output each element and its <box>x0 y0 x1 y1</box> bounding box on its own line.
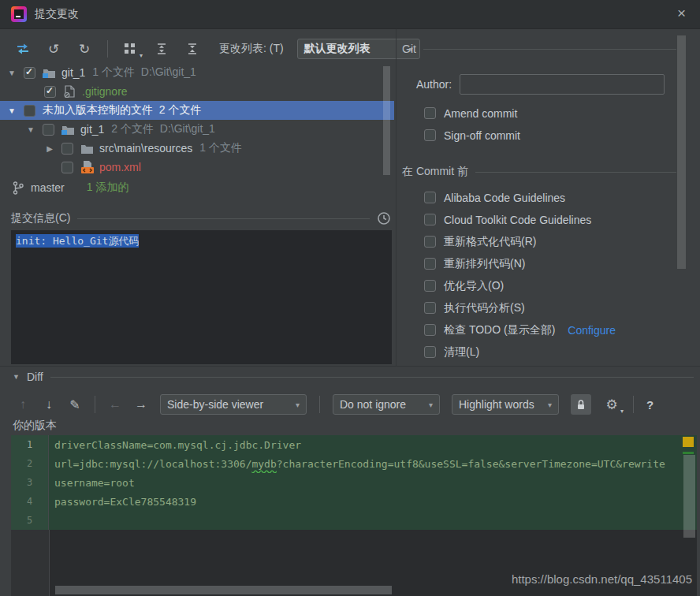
diff-editor[interactable]: 1 driverClassName=com.mysql.cj.jdbc.Driv… <box>11 435 697 596</box>
option-label: 执行代码分析(S) <box>444 301 525 315</box>
history-clock-icon[interactable] <box>377 211 391 225</box>
next-difference-button[interactable]: → <box>134 397 148 412</box>
tree-row-gitignore[interactable]: ✓ .gitignore <box>0 82 394 101</box>
chevron-expanded-icon[interactable]: ▼ <box>24 125 38 134</box>
before-commit-section-header: 在 Commit 前 <box>402 165 676 179</box>
changelist-value: 默认更改列表 <box>304 42 370 56</box>
group-by-icon: ▾ <box>124 42 138 56</box>
tree-row-pomxml[interactable]: pom.xml <box>0 158 394 177</box>
option-rearrange-code[interactable]: 重新排列代码(N) <box>424 257 616 270</box>
diff-settings-button[interactable]: ⚙ ▾ <box>603 396 620 413</box>
collapse-all-button[interactable] <box>184 40 201 58</box>
previous-difference-button[interactable]: ← <box>108 397 122 412</box>
diff-vertical-scrollbar[interactable] <box>683 455 695 538</box>
tree-scrollbar[interactable] <box>383 66 390 175</box>
code-text: driverClassName=com.mysql.cj.jdbc.Driver <box>49 435 697 454</box>
tree-row-git1-unversioned[interactable]: ▼ git_1 2 个文件 D:\Git\git_1 <box>0 120 394 139</box>
checkbox-checked[interactable]: ✓ <box>24 67 35 79</box>
panel-splitter[interactable] <box>396 29 397 367</box>
next-change-button[interactable]: ↓ <box>42 397 56 412</box>
checkbox-unchecked[interactable] <box>424 324 436 336</box>
option-cleanup[interactable]: 清理(L) <box>424 345 616 359</box>
rollback-button[interactable]: ↺ <box>45 40 62 58</box>
code-text: username=root <box>49 473 697 492</box>
author-row: Author: <box>416 74 665 95</box>
checkbox-unchecked[interactable] <box>61 162 73 173</box>
checkbox-unchecked[interactable] <box>424 346 436 358</box>
chevron-expanded-icon[interactable]: ▼ <box>5 106 19 115</box>
show-diff-button[interactable] <box>14 40 32 58</box>
checkbox-unchecked[interactable] <box>424 302 436 314</box>
code-line: 4 password=ExCle785548319 <box>11 492 697 511</box>
checkbox-unchecked[interactable] <box>61 143 73 155</box>
checkbox-unchecked[interactable] <box>424 280 436 292</box>
highlight-policy-select[interactable]: Highlight words ▾ <box>452 394 559 415</box>
option-optimize-imports[interactable]: 优化导入(O) <box>424 279 616 292</box>
undo-icon: ↺ <box>48 41 59 58</box>
checkbox-unchecked[interactable] <box>43 124 54 136</box>
title-bar: 提交更改 × <box>0 0 700 29</box>
signoff-commit-option[interactable]: Sign-off commit <box>424 129 520 142</box>
toolbar-separator <box>107 40 108 58</box>
previous-change-button[interactable]: ↑ <box>16 397 30 412</box>
error-stripe-warning-marker[interactable] <box>683 437 694 447</box>
tree-row-unversioned[interactable]: ▼ 未加入版本控制的文件 2 个文件 <box>0 101 394 120</box>
expand-all-button[interactable] <box>153 40 170 58</box>
line-number: 4 <box>11 492 49 511</box>
checkbox-unchecked[interactable] <box>24 105 35 117</box>
option-check-todo[interactable]: 检查 TODO (显示全部) Configure <box>424 323 616 337</box>
checkbox-unchecked[interactable] <box>424 214 436 225</box>
checkbox-unchecked[interactable] <box>424 258 436 270</box>
help-button[interactable]: ? <box>646 398 653 412</box>
right-panel-scrollbar[interactable] <box>677 35 686 269</box>
viewer-value: Side-by-side viewer <box>167 398 263 411</box>
error-stripe-added-marker[interactable] <box>683 452 694 454</box>
author-label: Author: <box>416 78 452 91</box>
highlight-policy-value: Highlight words <box>459 398 534 411</box>
readonly-lock-toggle[interactable] <box>571 394 591 415</box>
checkbox-unchecked[interactable] <box>424 107 436 119</box>
collapse-chevron-icon[interactable]: ▼ <box>13 373 20 381</box>
diff-section-header[interactable]: ▼ Diff <box>13 371 694 383</box>
option-reformat-code[interactable]: 重新格式化代码(R) <box>424 235 616 248</box>
chevron-expanded-icon[interactable]: ▼ <box>5 69 19 77</box>
commit-changes-dialog: 提交更改 × ↺ ↻ ▾ <box>0 0 700 596</box>
folder-icon <box>80 142 94 155</box>
line-number: 5 <box>11 511 49 530</box>
group-by-button[interactable]: ▾ <box>122 40 140 58</box>
checkbox-unchecked[interactable] <box>424 236 436 248</box>
checkbox-checked[interactable]: ✓ <box>44 86 56 98</box>
commit-message-header: 提交信息(C) <box>11 210 391 227</box>
tree-row-git1[interactable]: ▼ ✓ git_1 1 个文件 D:\Git\git_1 <box>0 63 394 82</box>
refresh-button[interactable]: ↻ <box>76 40 93 58</box>
option-cloud-toolkit-guidelines[interactable]: Cloud Toolkit Code Guidelines <box>424 213 616 226</box>
changelist-label: 更改列表: (T) <box>219 42 284 56</box>
jump-to-source-button[interactable]: ✎ <box>68 397 82 412</box>
viewer-select[interactable]: Side-by-side viewer ▾ <box>160 394 307 415</box>
close-icon[interactable]: × <box>677 6 686 21</box>
option-code-analysis[interactable]: 执行代码分析(S) <box>424 301 616 315</box>
amend-commit-option[interactable]: Amend commit <box>424 106 517 120</box>
configure-link[interactable]: Configure <box>568 324 616 337</box>
ignore-policy-select[interactable]: Do not ignore ▾ <box>333 394 440 415</box>
option-alibaba-guidelines[interactable]: Alibaba Code Guidelines <box>424 191 616 204</box>
checkbox-unchecked[interactable] <box>424 192 436 203</box>
folder-icon <box>61 123 75 136</box>
branch-name: master <box>31 181 65 194</box>
intellij-logo-icon <box>11 6 27 22</box>
commit-message-text: init: Hello_Git源代码 <box>16 234 139 248</box>
option-label: 清理(L) <box>444 345 479 359</box>
option-label: 重新排列代码(N) <box>444 257 525 271</box>
before-commit-options: Alibaba Code Guidelines Cloud Toolkit Co… <box>424 191 616 359</box>
chevron-collapsed-icon[interactable]: ▶ <box>43 144 57 153</box>
changes-tree: ▼ ✓ git_1 1 个文件 D:\Git\git_1 ✓ .gitignor… <box>0 63 394 177</box>
option-label: 重新格式化代码(R) <box>444 235 536 249</box>
tree-row-resources[interactable]: ▶ src\main\resources 1 个文件 <box>0 139 394 158</box>
commit-message-editor[interactable]: init: Hello_Git源代码 <box>11 230 392 364</box>
diff-horizontal-scrollbar[interactable] <box>55 586 392 594</box>
tree-item-label: git_1 <box>61 66 85 79</box>
author-input[interactable] <box>460 74 665 95</box>
checkbox-unchecked[interactable] <box>424 129 436 141</box>
separator-line <box>77 218 370 219</box>
chevron-down-icon: ▾ <box>620 408 624 415</box>
